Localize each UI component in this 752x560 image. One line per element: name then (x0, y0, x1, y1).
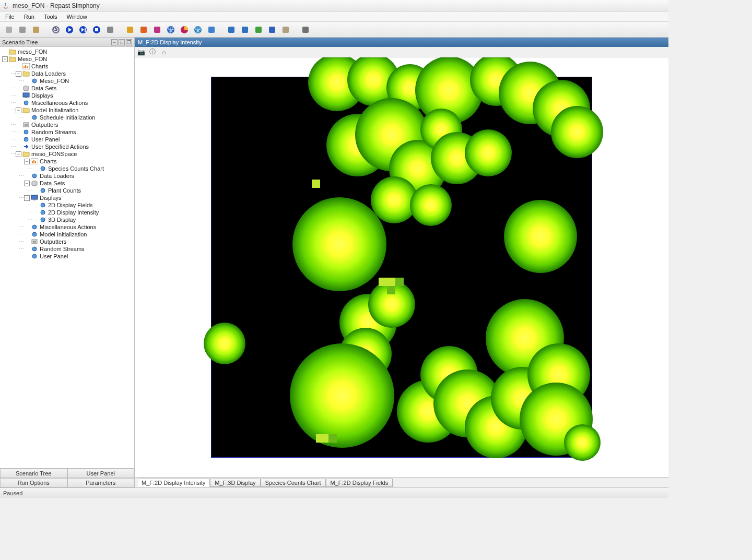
bottom-tab[interactable]: M_F:2D Display Fields (326, 479, 393, 487)
collapse-icon[interactable]: − (24, 181, 30, 186)
maximize-icon[interactable]: □ (119, 39, 125, 45)
options-icon[interactable] (104, 24, 116, 35)
tree-label: Plant Counts (48, 187, 81, 194)
tree-node[interactable]: ⋯Schedule Initialization (0, 114, 134, 121)
tree-label: 3D Display (48, 217, 76, 223)
tree-node[interactable]: ⋯User Panel (0, 136, 134, 143)
collapse-icon[interactable]: − (24, 159, 30, 164)
layout-icon[interactable] (266, 24, 278, 35)
collapse-icon[interactable]: − (16, 71, 21, 77)
intensity-blob (292, 197, 386, 291)
bottom-tab[interactable]: M_F:2D Display Intensity (137, 479, 210, 487)
image-icon[interactable] (253, 24, 264, 35)
menu-tools[interactable]: Tools (40, 13, 62, 21)
intensity-blob (465, 129, 512, 176)
play-icon[interactable] (64, 24, 75, 35)
scenario-tree[interactable]: meso_FON−Meso_FON⋯Charts⋯−Data Loaders⋯M… (0, 47, 134, 468)
tree-label: Data Sets (40, 180, 65, 186)
tree-node[interactable]: ⋯Outputters (0, 238, 134, 245)
tree-node[interactable]: ⋯Outputters (0, 121, 134, 128)
reset-icon[interactable] (50, 24, 62, 35)
tree-node[interactable]: ⋯Species Counts Chart (0, 165, 134, 172)
svg-point-40 (32, 174, 37, 178)
svg-point-34 (24, 137, 28, 141)
tree-node[interactable]: ⋯Random Streams (0, 128, 134, 136)
agents-icon[interactable] (151, 24, 163, 35)
svg-point-47 (41, 218, 45, 222)
tree-node[interactable]: ⋯Data Sets (0, 85, 134, 92)
tree-node[interactable]: ⋯2D Display Intensity (0, 209, 134, 216)
tree-node[interactable]: ⋯−Model Initialization (0, 106, 134, 114)
status-bar: Paused (0, 487, 668, 498)
server-icon[interactable] (239, 24, 251, 35)
menu-run[interactable]: Run (20, 13, 39, 21)
tree-node[interactable]: ⋯Model Initialization (0, 231, 134, 238)
simulation-canvas[interactable] (211, 77, 592, 458)
left-tab[interactable]: Run Options (0, 478, 67, 487)
tree-node[interactable]: ⋯Meso_FON (0, 77, 134, 85)
globe-icon[interactable] (192, 24, 204, 35)
tree-node[interactable]: ⋯Charts (0, 63, 134, 70)
stop-icon[interactable] (91, 24, 102, 35)
tree-node[interactable]: ⋯Displays (0, 92, 134, 99)
intensity-pixel (387, 278, 395, 286)
main-toolbar (0, 22, 668, 38)
left-tab[interactable]: Parameters (67, 478, 135, 487)
menu-file[interactable]: File (1, 13, 19, 21)
tree-label: Outputters (40, 239, 66, 245)
tree-node[interactable]: −Meso_FON (0, 55, 134, 63)
svg-rect-43 (31, 195, 38, 199)
tree-node[interactable]: ⋯−Charts (0, 158, 134, 165)
collapse-icon[interactable]: − (16, 108, 21, 113)
info-icon[interactable]: ⓘ (148, 48, 157, 56)
tree-node[interactable]: ⋯Plant Counts (0, 187, 134, 194)
save-icon[interactable] (17, 24, 28, 35)
tree-node[interactable]: ⋯−meso_FONSpace (0, 150, 134, 158)
svg-point-39 (41, 166, 45, 171)
tree-node[interactable]: ⋯2D Display Fields (0, 201, 134, 209)
tree-label: User Panel (31, 136, 60, 142)
dot-icon (39, 187, 46, 194)
collapse-icon[interactable]: − (16, 151, 21, 157)
bottom-tab[interactable]: M_F:3D Display (210, 479, 260, 487)
minimize-icon[interactable]: – (111, 39, 118, 45)
tree-node[interactable]: ⋯User Panel (0, 253, 134, 260)
camera-icon[interactable]: 📷 (137, 48, 145, 56)
tree-node[interactable]: ⋯−Data Sets (0, 180, 134, 187)
bug-icon[interactable] (300, 24, 311, 35)
grid-icon[interactable] (138, 24, 149, 35)
tree-label: User Specified Actions (31, 144, 89, 150)
globe-blue-icon[interactable] (165, 24, 177, 35)
doc-icon[interactable] (280, 24, 291, 35)
tree-label: Charts (31, 63, 48, 69)
collapse-icon[interactable]: − (2, 56, 8, 62)
tree-node[interactable]: ⋯3D Display (0, 216, 134, 223)
tree-node[interactable]: ⋯Data Loaders (0, 172, 134, 180)
find-icon[interactable] (206, 24, 217, 35)
menu-window[interactable]: Window (63, 13, 91, 21)
tree-node[interactable]: ⋯User Specified Actions (0, 143, 134, 150)
open-icon[interactable] (3, 24, 15, 35)
collapse-icon[interactable]: − (24, 195, 30, 201)
db-icon[interactable] (30, 24, 42, 35)
svg-rect-18 (255, 27, 262, 33)
pie-icon[interactable] (179, 24, 190, 35)
left-tab[interactable]: Scenario Tree (0, 469, 67, 478)
svg-rect-17 (242, 27, 248, 33)
db-icon (31, 180, 38, 187)
step-icon[interactable] (77, 24, 89, 35)
wave-icon[interactable] (124, 24, 136, 35)
net-icon[interactable] (226, 24, 237, 35)
intensity-blob (204, 323, 245, 364)
home-icon[interactable]: ⌂ (160, 48, 168, 56)
bottom-tab[interactable]: Species Counts Chart (261, 479, 326, 487)
tree-node[interactable]: ⋯Miscellaneous Actions (0, 99, 134, 106)
tree-node[interactable]: ⋯Miscellaneous Actions (0, 223, 134, 231)
tree-node[interactable]: ⋯−Displays (0, 194, 134, 201)
restore-icon[interactable]: ❐ (126, 39, 132, 45)
left-tab[interactable]: User Panel (67, 469, 135, 478)
tree-node[interactable]: meso_FON (0, 48, 134, 55)
tree-node[interactable]: ⋯−Data Loaders (0, 70, 134, 77)
svg-rect-28 (23, 93, 29, 97)
tree-node[interactable]: ⋯Random Streams (0, 245, 134, 253)
